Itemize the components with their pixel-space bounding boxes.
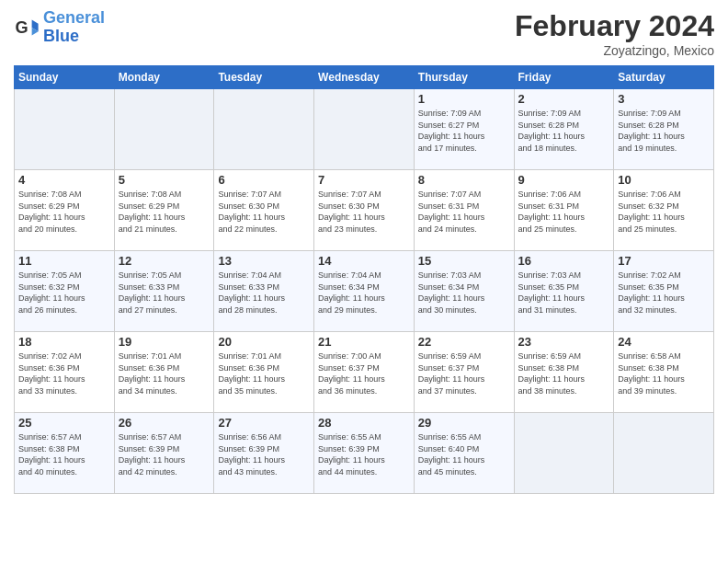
page-header: G General Blue February 2024 Zoyatzingo,… [14, 9, 714, 58]
day-info: Sunrise: 7:00 AMSunset: 6:37 PMDaylight:… [318, 350, 410, 396]
calendar-cell: 1Sunrise: 7:09 AMSunset: 6:27 PMDaylight… [414, 89, 514, 170]
svg-text:G: G [15, 17, 28, 36]
day-info: Sunrise: 7:02 AMSunset: 6:36 PMDaylight:… [18, 350, 110, 396]
calendar-cell: 23Sunrise: 6:59 AMSunset: 6:38 PMDayligh… [514, 332, 614, 413]
day-info: Sunrise: 6:59 AMSunset: 6:38 PMDaylight:… [518, 350, 610, 396]
day-info: Sunrise: 7:06 AMSunset: 6:31 PMDaylight:… [518, 189, 610, 235]
calendar-cell: 5Sunrise: 7:08 AMSunset: 6:29 PMDaylight… [114, 170, 214, 251]
calendar-cell [314, 89, 415, 170]
day-number: 24 [618, 335, 710, 349]
day-number: 5 [119, 173, 210, 187]
weekday-header-monday: Monday [114, 66, 214, 89]
weekday-header-friday: Friday [514, 66, 614, 89]
day-info: Sunrise: 7:03 AMSunset: 6:34 PMDaylight:… [418, 270, 510, 316]
logo-icon: G [14, 15, 40, 40]
day-number: 25 [18, 416, 110, 430]
day-number: 27 [218, 416, 310, 430]
day-number: 13 [218, 254, 310, 268]
day-number: 11 [18, 254, 110, 268]
day-info: Sunrise: 7:04 AMSunset: 6:33 PMDaylight:… [218, 270, 310, 316]
logo-text: General Blue [43, 9, 105, 46]
calendar-cell: 12Sunrise: 7:05 AMSunset: 6:33 PMDayligh… [114, 251, 214, 332]
calendar-cell: 15Sunrise: 7:03 AMSunset: 6:34 PMDayligh… [414, 251, 514, 332]
calendar-subtitle: Zoyatzingo, Mexico [515, 43, 714, 58]
calendar-cell: 4Sunrise: 7:08 AMSunset: 6:29 PMDaylight… [15, 170, 115, 251]
calendar-cell: 18Sunrise: 7:02 AMSunset: 6:36 PMDayligh… [15, 332, 115, 413]
logo-general: General [43, 8, 105, 27]
calendar-cell: 17Sunrise: 7:02 AMSunset: 6:35 PMDayligh… [614, 251, 714, 332]
weekday-header-sunday: Sunday [15, 66, 115, 89]
weekday-header-tuesday: Tuesday [214, 66, 314, 89]
logo-blue: Blue [43, 27, 79, 45]
day-number: 4 [18, 173, 110, 187]
day-info: Sunrise: 7:09 AMSunset: 6:28 PMDaylight:… [518, 108, 610, 154]
day-number: 17 [618, 254, 710, 268]
calendar-week-row: 11Sunrise: 7:05 AMSunset: 6:32 PMDayligh… [15, 251, 714, 332]
day-info: Sunrise: 7:05 AMSunset: 6:32 PMDaylight:… [18, 270, 110, 316]
weekday-header-wednesday: Wednesday [314, 66, 415, 89]
day-info: Sunrise: 7:03 AMSunset: 6:35 PMDaylight:… [518, 270, 610, 316]
day-info: Sunrise: 6:59 AMSunset: 6:37 PMDaylight:… [418, 350, 510, 396]
calendar-cell: 14Sunrise: 7:04 AMSunset: 6:34 PMDayligh… [314, 251, 415, 332]
calendar-week-row: 18Sunrise: 7:02 AMSunset: 6:36 PMDayligh… [15, 332, 714, 413]
day-info: Sunrise: 6:57 AMSunset: 6:39 PMDaylight:… [119, 431, 210, 477]
calendar-cell: 3Sunrise: 7:09 AMSunset: 6:28 PMDaylight… [614, 89, 714, 170]
day-number: 9 [518, 173, 610, 187]
calendar-cell: 21Sunrise: 7:00 AMSunset: 6:37 PMDayligh… [314, 332, 415, 413]
day-info: Sunrise: 7:08 AMSunset: 6:29 PMDaylight:… [119, 189, 210, 235]
day-number: 19 [119, 335, 210, 349]
logo: G General Blue [14, 9, 105, 46]
calendar-cell [514, 413, 614, 494]
calendar-cell: 24Sunrise: 6:58 AMSunset: 6:38 PMDayligh… [614, 332, 714, 413]
calendar-week-row: 4Sunrise: 7:08 AMSunset: 6:29 PMDaylight… [15, 170, 714, 251]
day-number: 23 [518, 335, 610, 349]
day-number: 18 [18, 335, 110, 349]
day-number: 10 [618, 173, 710, 187]
day-info: Sunrise: 7:02 AMSunset: 6:35 PMDaylight:… [618, 270, 710, 316]
calendar-cell: 29Sunrise: 6:55 AMSunset: 6:40 PMDayligh… [414, 413, 514, 494]
day-number: 12 [119, 254, 210, 268]
day-info: Sunrise: 7:09 AMSunset: 6:28 PMDaylight:… [618, 108, 710, 154]
day-number: 26 [119, 416, 210, 430]
calendar-cell: 9Sunrise: 7:06 AMSunset: 6:31 PMDaylight… [514, 170, 614, 251]
day-info: Sunrise: 7:01 AMSunset: 6:36 PMDaylight:… [119, 350, 210, 396]
day-info: Sunrise: 6:57 AMSunset: 6:38 PMDaylight:… [18, 431, 110, 477]
day-info: Sunrise: 7:09 AMSunset: 6:27 PMDaylight:… [418, 108, 510, 154]
calendar-cell: 26Sunrise: 6:57 AMSunset: 6:39 PMDayligh… [114, 413, 214, 494]
day-info: Sunrise: 6:58 AMSunset: 6:38 PMDaylight:… [618, 350, 710, 396]
calendar-cell [15, 89, 115, 170]
calendar-cell: 25Sunrise: 6:57 AMSunset: 6:38 PMDayligh… [15, 413, 115, 494]
day-info: Sunrise: 7:07 AMSunset: 6:31 PMDaylight:… [418, 189, 510, 235]
calendar-cell: 27Sunrise: 6:56 AMSunset: 6:39 PMDayligh… [214, 413, 314, 494]
day-info: Sunrise: 6:56 AMSunset: 6:39 PMDaylight:… [218, 431, 310, 477]
day-number: 21 [318, 335, 410, 349]
calendar-cell [614, 413, 714, 494]
calendar-cell: 6Sunrise: 7:07 AMSunset: 6:30 PMDaylight… [214, 170, 314, 251]
day-number: 1 [418, 92, 510, 106]
calendar-week-row: 25Sunrise: 6:57 AMSunset: 6:38 PMDayligh… [15, 413, 714, 494]
weekday-header-saturday: Saturday [614, 66, 714, 89]
day-info: Sunrise: 7:07 AMSunset: 6:30 PMDaylight:… [318, 189, 410, 235]
calendar-cell: 20Sunrise: 7:01 AMSunset: 6:36 PMDayligh… [214, 332, 314, 413]
day-info: Sunrise: 7:08 AMSunset: 6:29 PMDaylight:… [18, 189, 110, 235]
calendar-cell: 19Sunrise: 7:01 AMSunset: 6:36 PMDayligh… [114, 332, 214, 413]
day-info: Sunrise: 7:05 AMSunset: 6:33 PMDaylight:… [119, 270, 210, 316]
day-number: 14 [318, 254, 410, 268]
title-block: February 2024 Zoyatzingo, Mexico [515, 9, 714, 58]
day-info: Sunrise: 6:55 AMSunset: 6:40 PMDaylight:… [418, 431, 510, 477]
calendar-cell: 28Sunrise: 6:55 AMSunset: 6:39 PMDayligh… [314, 413, 415, 494]
day-info: Sunrise: 6:55 AMSunset: 6:39 PMDaylight:… [318, 431, 410, 477]
weekday-header-thursday: Thursday [414, 66, 514, 89]
day-info: Sunrise: 7:07 AMSunset: 6:30 PMDaylight:… [218, 189, 310, 235]
day-number: 22 [418, 335, 510, 349]
day-number: 2 [518, 92, 610, 106]
day-info: Sunrise: 7:01 AMSunset: 6:36 PMDaylight:… [218, 350, 310, 396]
day-number: 3 [618, 92, 710, 106]
day-number: 28 [318, 416, 410, 430]
calendar-cell: 7Sunrise: 7:07 AMSunset: 6:30 PMDaylight… [314, 170, 415, 251]
calendar-body: 1Sunrise: 7:09 AMSunset: 6:27 PMDaylight… [15, 89, 714, 494]
day-number: 29 [418, 416, 510, 430]
calendar-cell: 2Sunrise: 7:09 AMSunset: 6:28 PMDaylight… [514, 89, 614, 170]
calendar-cell: 22Sunrise: 6:59 AMSunset: 6:37 PMDayligh… [414, 332, 514, 413]
day-number: 6 [218, 173, 310, 187]
